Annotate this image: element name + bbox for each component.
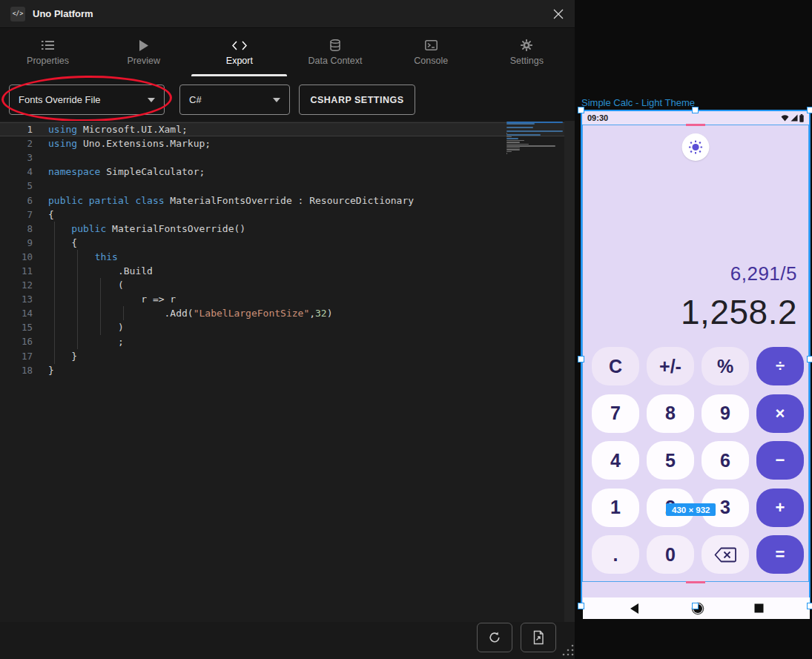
tab-export[interactable]: Export	[191, 29, 287, 76]
app-logo-icon: </>	[10, 7, 25, 21]
code-line[interactable]: 2using Uno.Extensions.Markup;	[0, 136, 575, 150]
key-6[interactable]: 6	[702, 441, 749, 480]
nav-recents-button[interactable]	[754, 603, 764, 613]
phone-preview-frame[interactable]: 09:30	[581, 110, 811, 606]
minimap-line	[506, 138, 518, 139]
selection-handle[interactable]	[807, 107, 812, 113]
key-backspace[interactable]	[702, 535, 749, 574]
selection-handle[interactable]	[692, 603, 699, 609]
tab-console[interactable]: Console	[383, 29, 479, 76]
key-8[interactable]: 8	[647, 394, 694, 433]
minimap-line	[506, 140, 524, 142]
code-line[interactable]: 17 }	[0, 349, 575, 363]
minimap-line	[506, 151, 512, 153]
minimap-line	[506, 148, 520, 149]
tab-label: Data Context	[308, 56, 363, 66]
code-line[interactable]: 8 public MaterialFontsOverride()	[0, 222, 575, 236]
key-+[interactable]: +	[756, 489, 804, 527]
code-line[interactable]: 13 r => r	[0, 292, 575, 306]
code-line[interactable]: 1using Microsoft.UI.Xaml;	[0, 122, 575, 136]
line-number: 18	[0, 365, 33, 376]
selection-handle[interactable]	[692, 107, 699, 113]
tab-settings[interactable]: Settings	[479, 29, 575, 76]
code-line[interactable]: 14 .Add("LabelLargeFontSize",32)	[0, 306, 575, 320]
minimap-line	[506, 136, 512, 138]
code-line[interactable]: 7{	[0, 208, 575, 222]
code-icon	[232, 39, 247, 51]
key-=[interactable]: =	[756, 535, 804, 574]
code-line[interactable]: 16 ;	[0, 334, 575, 348]
line-number: 9	[0, 237, 33, 248]
language-dropdown[interactable]: C#	[179, 85, 290, 115]
close-icon[interactable]	[551, 7, 566, 21]
uno-studio-panel: </> Uno Platform Properties Preview Expo…	[0, 0, 575, 659]
preview-window-title[interactable]: Simple Calc - Light Theme	[581, 97, 695, 108]
key-+/-[interactable]: +/-	[647, 347, 694, 385]
minimap-line	[506, 123, 535, 125]
file-type-dropdown[interactable]: Fonts Override File	[9, 85, 165, 115]
chevron-down-icon	[273, 98, 280, 102]
code-line[interactable]: 9 {	[0, 236, 575, 250]
csharp-settings-button[interactable]: CSHARP SETTINGS	[299, 85, 415, 115]
key-1[interactable]: 1	[592, 489, 639, 527]
line-number: 17	[0, 351, 33, 362]
code-line[interactable]: 15 )	[0, 320, 575, 334]
key-×[interactable]: ×	[756, 394, 804, 433]
theme-toggle-button[interactable]	[682, 133, 710, 161]
key-÷[interactable]: ÷	[756, 347, 804, 385]
line-number: 13	[0, 294, 33, 305]
file-export-icon	[531, 630, 546, 645]
code-line[interactable]: 3	[0, 150, 575, 165]
key-.[interactable]: .	[592, 535, 639, 574]
nav-back-button[interactable]	[629, 603, 641, 615]
minimap-line	[506, 153, 507, 154]
line-text: (	[33, 279, 124, 291]
key-C[interactable]: C	[592, 347, 639, 385]
selection-handle[interactable]	[807, 356, 812, 362]
calculator-display: 6,291/5 1,258.2	[681, 262, 797, 332]
code-line[interactable]: 4namespace SimpleCalculator;	[0, 165, 575, 179]
code-lines: 1using Microsoft.UI.Xaml;2using Uno.Exte…	[0, 122, 575, 377]
line-number: 7	[0, 209, 33, 220]
indent-guide	[77, 250, 78, 349]
size-badge: 430 × 932	[666, 503, 716, 516]
line-number: 5	[0, 180, 33, 191]
minimap-line	[506, 142, 520, 143]
screen: </> Uno Platform Properties Preview Expo…	[0, 0, 812, 659]
line-text: }	[33, 351, 77, 362]
display-expression: 6,291/5	[681, 262, 797, 285]
code-line[interactable]: 6public partial class MaterialFontsOverr…	[0, 193, 575, 207]
line-number: 11	[0, 265, 33, 276]
status-icons	[781, 114, 804, 122]
code-line[interactable]: 10 this	[0, 250, 575, 264]
selection-handle[interactable]	[578, 107, 584, 113]
key-9[interactable]: 9	[702, 394, 749, 433]
key-4[interactable]: 4	[592, 441, 639, 480]
selection-handle[interactable]	[578, 603, 584, 609]
code-editor[interactable]: 1using Microsoft.UI.Xaml;2using Uno.Exte…	[0, 121, 575, 622]
selection-handle[interactable]	[807, 603, 812, 609]
export-file-button[interactable]	[521, 623, 556, 652]
refresh-button[interactable]	[477, 623, 512, 652]
editor-minimap[interactable]	[506, 122, 563, 156]
code-line[interactable]: 12 (	[0, 278, 575, 292]
key-7[interactable]: 7	[592, 394, 639, 433]
key-−[interactable]: −	[756, 441, 804, 480]
language-dropdown-value: C#	[189, 94, 202, 105]
key-0[interactable]: 0	[647, 535, 694, 574]
tab-preview[interactable]: Preview	[96, 29, 191, 76]
code-line[interactable]: 11 .Build	[0, 264, 575, 278]
tab-data-context[interactable]: Data Context	[287, 29, 383, 76]
line-number: 14	[0, 308, 33, 319]
tab-properties[interactable]: Properties	[0, 29, 96, 76]
key-%[interactable]: %	[702, 347, 749, 385]
key-5[interactable]: 5	[647, 441, 694, 480]
selection-handle[interactable]	[578, 356, 584, 362]
resize-grip[interactable]	[561, 643, 575, 657]
line-text: using Uno.Extensions.Markup;	[33, 138, 211, 149]
editor-scrollbar[interactable]	[564, 121, 575, 622]
tab-label: Preview	[128, 56, 160, 66]
code-line[interactable]: 5	[0, 179, 575, 193]
line-number: 10	[0, 251, 33, 262]
code-line[interactable]: 18}	[0, 363, 575, 377]
